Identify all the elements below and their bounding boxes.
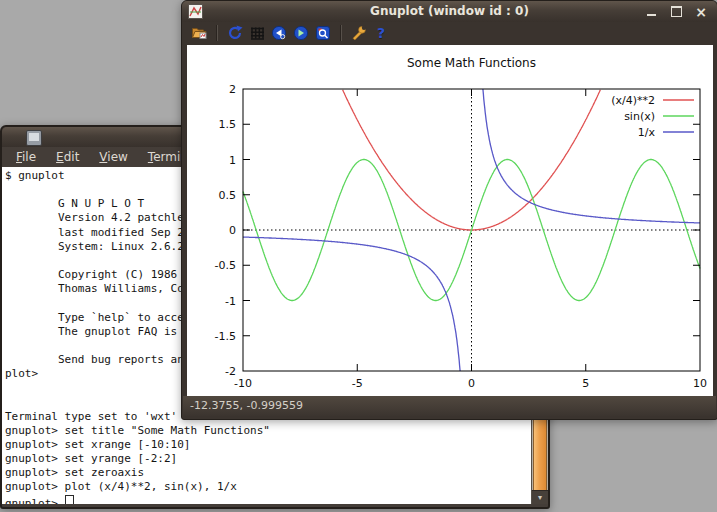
terminal-prompt-line: gnuplot> — [2, 495, 532, 504]
minimize-icon — [647, 14, 656, 16]
svg-text:0.5: 0.5 — [219, 189, 237, 202]
toolbar-separator — [340, 25, 342, 41]
svg-text:-5: -5 — [352, 377, 363, 390]
copy-to-clipboard-button[interactable] — [189, 24, 209, 42]
close-button[interactable]: × — [695, 6, 707, 18]
gnuplot-toolbar: ? — [182, 22, 717, 44]
terminal-cursor — [65, 495, 74, 504]
svg-text:1: 1 — [229, 154, 236, 167]
grid-icon — [249, 25, 265, 41]
function-plot: -10-50510-2-1.5-1-0.500.511.52Some Math … — [187, 45, 713, 397]
svg-text:-10: -10 — [234, 377, 252, 390]
svg-text:-1.5: -1.5 — [215, 330, 236, 343]
copy-to-clipboard-icon — [191, 25, 208, 41]
svg-text:5: 5 — [582, 377, 589, 390]
desktop: File Edit View Terminal Help $ gnuplot G… — [0, 0, 717, 512]
help-icon: ? — [377, 25, 385, 41]
mouse-coordinates: -12.3755, -0.999559 — [190, 399, 303, 412]
toolbar-separator — [216, 25, 218, 41]
wrench-icon — [351, 25, 367, 41]
configure-button[interactable] — [349, 24, 369, 42]
toggle-grid-button[interactable] — [247, 24, 267, 42]
svg-text:1/x: 1/x — [638, 126, 656, 139]
help-button[interactable]: ? — [371, 24, 391, 42]
svg-text:-0.5: -0.5 — [215, 259, 236, 272]
menu-file[interactable]: File — [6, 149, 46, 165]
svg-text:sin(x): sin(x) — [624, 110, 655, 123]
autoscale-icon — [315, 25, 331, 41]
menu-edit[interactable]: Edit — [46, 149, 89, 165]
replot-button[interactable] — [225, 24, 245, 42]
svg-text:0: 0 — [229, 224, 236, 237]
svg-text:1.5: 1.5 — [219, 118, 237, 131]
gnuplot-status-bar: -12.3755, -0.999559 — [183, 396, 716, 416]
terminal-window-icon — [26, 130, 42, 146]
zoom-next-button[interactable] — [291, 24, 311, 42]
gnuplot-window-title: Gnuplot (window id : 0) — [182, 1, 717, 22]
plot-canvas[interactable]: -10-50510-2-1.5-1-0.500.511.52Some Math … — [187, 45, 713, 397]
svg-text:2: 2 — [229, 83, 236, 96]
svg-text:10: 10 — [693, 377, 707, 390]
svg-text:Some Math Functions: Some Math Functions — [407, 56, 536, 70]
autoscale-button[interactable] — [313, 24, 333, 42]
svg-text:-1: -1 — [225, 295, 236, 308]
minimize-button[interactable] — [645, 6, 657, 18]
svg-text:0: 0 — [468, 377, 475, 390]
replot-icon — [227, 25, 243, 41]
terminal-prompt: gnuplot> — [5, 497, 65, 504]
maximize-icon — [671, 6, 682, 17]
menu-view[interactable]: View — [89, 149, 137, 165]
zoom-next-icon — [293, 25, 309, 41]
gnuplot-window: Gnuplot (window id : 0) × — [181, 0, 717, 420]
maximize-button[interactable] — [670, 6, 682, 18]
svg-text:-2: -2 — [225, 365, 236, 378]
zoom-previous-icon — [271, 25, 287, 41]
scrollbar-down-button[interactable]: ▾ — [532, 490, 548, 504]
svg-text:(x/4)**2: (x/4)**2 — [611, 94, 655, 107]
close-icon: × — [695, 6, 707, 18]
zoom-previous-button[interactable] — [269, 24, 289, 42]
gnuplot-title-bar[interactable]: Gnuplot (window id : 0) × — [182, 1, 717, 22]
